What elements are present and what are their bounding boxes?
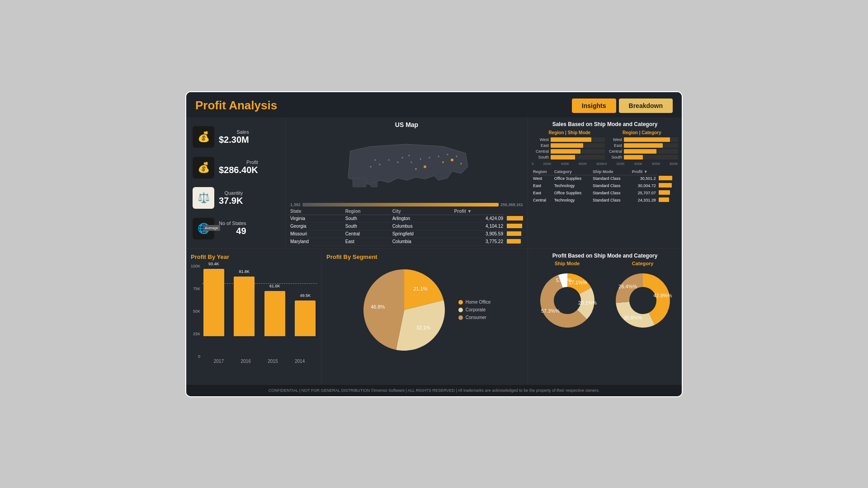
legend-text: Home Office (466, 300, 491, 305)
pie-label: 20.1%% (578, 300, 597, 305)
legend-item: Consumer (458, 315, 491, 320)
svg-point-6 (408, 155, 410, 156)
header-buttons: Insights Breakdown (572, 99, 673, 113)
bar-fill (624, 137, 670, 142)
kpi-row: ⚖️ Quantity 37.9K (193, 187, 279, 209)
top-section: 💰 Sales $2.30M 💰 Profit $286.40K ⚖️ Quan… (186, 117, 682, 249)
ship-title: Sales Based on Ship Mode and Category (528, 117, 682, 129)
ship-bar-row: West (605, 137, 678, 142)
pie-label: 42.8%% (653, 292, 672, 298)
legend-dot (458, 308, 463, 312)
bar-region-label: East (605, 143, 622, 148)
x-axis-label: 2014 (286, 359, 313, 364)
bar-track (624, 149, 678, 154)
ship-profit-bar (657, 189, 678, 197)
map-profit: 3,905.59 (453, 230, 505, 238)
x-axis-label: 2015 (259, 359, 287, 364)
kpi-label: Sales (219, 129, 249, 135)
ship-mode: Standard Class (591, 197, 631, 204)
ship-table: RegionCategoryShip ModeProfit ▼ West Off… (528, 167, 682, 206)
axis-label: 600K (652, 162, 660, 166)
insights-button[interactable]: Insights (572, 99, 616, 113)
ship-profit-bar (657, 182, 678, 189)
kpi-label: Quantity (219, 190, 243, 196)
donut2-svg: 42.8%%30.8%%26.4%% (611, 269, 675, 332)
axis-label: 200K (543, 162, 552, 166)
bottom-right-title: Profit Based on Ship Mode and Category (532, 253, 678, 259)
map-panel: US Map (286, 117, 528, 249)
svg-point-5 (401, 157, 403, 158)
svg-point-3 (424, 165, 426, 168)
kpi-icon: ⚖️ (193, 187, 214, 209)
bar-fill (624, 155, 643, 160)
svg-point-18 (460, 163, 462, 164)
ship-bars-right: West East Central South 0200K400K600K800… (605, 136, 678, 167)
pie-label: 57.3%% (541, 308, 559, 314)
legend-text: Corporate (466, 307, 486, 312)
bar-track (551, 137, 605, 142)
ship-bar-row: South (532, 155, 605, 160)
x-axis-labels: 2017201620152014 (191, 359, 317, 364)
segment-pie-svg: 21.1%32.1%46.8% (359, 265, 449, 355)
ship-subtitle-left: Region | Ship Mode (548, 130, 590, 135)
pie-label: 30.8%% (623, 315, 642, 320)
x-axis-label: 2017 (205, 359, 232, 364)
svg-point-17 (456, 155, 457, 157)
map-region: Central (344, 230, 391, 238)
kpi-value: $286.40K (219, 165, 258, 175)
bar-region-label: Central (605, 149, 622, 154)
ship-category: Technology (553, 197, 591, 204)
ship-bar-row: Central (605, 149, 678, 154)
bar-fill (551, 143, 583, 148)
breakdown-button[interactable]: Breakdown (619, 99, 673, 113)
kpi-value: 49 (219, 226, 246, 236)
ship-col-header: Ship Mode (591, 169, 631, 175)
bar-region-label: South (605, 155, 622, 160)
svg-point-16 (447, 154, 448, 155)
map-svg-area (286, 132, 528, 202)
us-map-svg (335, 137, 479, 196)
bar-region-label: West (532, 137, 549, 142)
axis-label: 200K (616, 162, 625, 166)
svg-point-7 (397, 161, 398, 163)
bar-region-label: South (532, 155, 549, 160)
map-col-header: State (288, 208, 344, 215)
bar-track (551, 155, 605, 160)
legend-max: 256,368,161 (500, 202, 523, 207)
ship-col-header: Profit ▼ (631, 169, 657, 175)
y-axis-label: 0 (198, 354, 200, 359)
map-legend: 1,392 256,368,161 (286, 202, 528, 208)
pie-label: 26.4%% (618, 283, 637, 289)
map-profit-bar (505, 215, 525, 223)
axis-label: 800K (670, 162, 678, 166)
pie-area: 21.1%32.1%46.8% Home Office Corporate Co… (326, 265, 523, 355)
ship-bar-row: West (532, 137, 605, 142)
bar-region-label: Central (532, 149, 549, 154)
kpi-text: Quantity 37.9K (219, 190, 243, 206)
kpi-text: Sales $2.30M (219, 129, 249, 145)
ship-bar-row: East (532, 143, 605, 148)
ship-mode-subtitle: Ship Mode (555, 261, 580, 266)
bar-fill (551, 149, 580, 154)
kpi-value: 37.9K (219, 196, 243, 206)
ship-profit-bar (657, 197, 678, 204)
bar-track (551, 143, 605, 148)
ship-bar-row: East (605, 143, 678, 148)
ship-category: Technology (553, 182, 591, 189)
year-panel: Profit By Year 100K75K50K25K0 Average93.… (186, 249, 322, 384)
year-bar-chart: 100K75K50K25K0 Average93.4K81.8K61.6K49.… (191, 264, 317, 359)
map-state: Georgia (288, 222, 344, 230)
bar-top-label: 61.6K (264, 284, 285, 288)
svg-rect-19 (353, 178, 366, 187)
bottom-right-panel: Profit Based on Ship Mode and Category S… (528, 249, 682, 384)
page-title: Profit Analysis (195, 99, 277, 113)
bar-region-label: West (605, 137, 622, 142)
kpi-row: 💰 Profit $286.40K (193, 157, 279, 178)
y-axis: 100K75K50K25K0 (191, 264, 202, 359)
svg-rect-20 (371, 183, 377, 187)
kpi-icon: 💰 (193, 126, 214, 148)
ship-col-header: Region (532, 169, 553, 175)
bars-area: Average93.4K81.8K61.6K49.5K (202, 264, 317, 336)
ship-mode: Standard Class (591, 175, 631, 182)
legend-text: Consumer (466, 315, 486, 320)
